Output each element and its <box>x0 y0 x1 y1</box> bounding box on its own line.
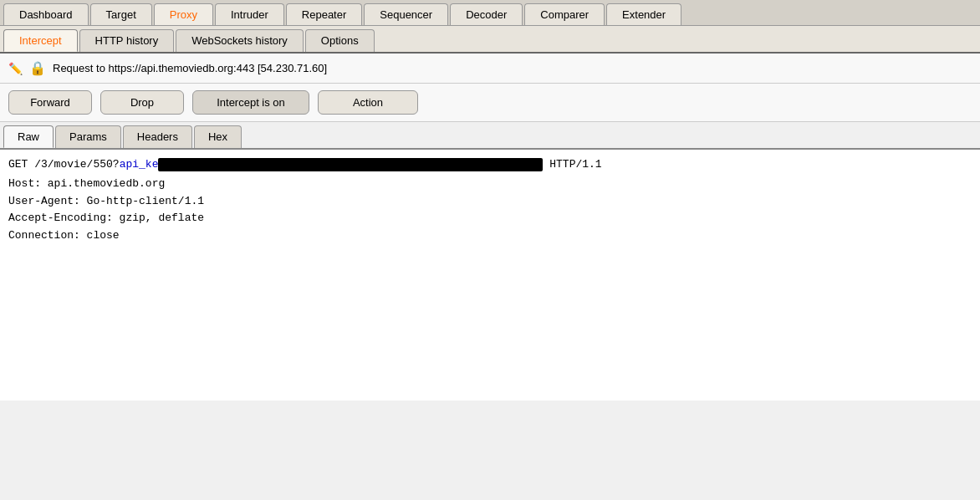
tab-proxy[interactable]: Proxy <box>154 3 213 25</box>
tab-target[interactable]: Target <box>90 3 152 25</box>
tab-headers[interactable]: Headers <box>123 125 192 148</box>
header-connection: Connection: close <box>8 227 972 245</box>
tab-extender[interactable]: Extender <box>606 3 681 25</box>
tab-params[interactable]: Params <box>55 125 121 148</box>
info-bar: ✏️ 🔒 Request to https://api.themoviedb.o… <box>0 54 980 84</box>
header-user-agent: User-Agent: Go-http-client/1.1 <box>8 193 972 211</box>
header-accept-encoding: Accept-Encoding: gzip, deflate <box>8 210 972 227</box>
tab-intruder[interactable]: Intruder <box>215 3 284 25</box>
sub-nav-bar: Intercept HTTP history WebSockets histor… <box>0 26 980 54</box>
tab-dashboard[interactable]: Dashboard <box>3 3 89 25</box>
edit-icon: ✏️ <box>8 62 23 75</box>
request-content-area: GET /3/movie/550?api_ke HTTP/1.1 Host: a… <box>0 150 980 401</box>
tab-http-history[interactable]: HTTP history <box>79 29 175 52</box>
tab-decoder[interactable]: Decoder <box>450 3 523 25</box>
top-nav-bar: Dashboard Target Proxy Intruder Repeater… <box>0 0 980 26</box>
request-body: Host: api.themoviedb.org User-Agent: Go-… <box>8 176 972 245</box>
intercept-button[interactable]: Intercept is on <box>192 90 309 115</box>
tab-comparer[interactable]: Comparer <box>524 3 605 25</box>
forward-button[interactable]: Forward <box>8 90 92 115</box>
content-tabs: Raw Params Headers Hex <box>0 122 980 150</box>
lock-icon: 🔒 <box>29 60 46 76</box>
request-param-name: api_ke <box>120 156 159 174</box>
tab-hex[interactable]: Hex <box>194 125 242 148</box>
redacted-value <box>158 158 543 171</box>
drop-button[interactable]: Drop <box>100 90 184 115</box>
action-bar: Forward Drop Intercept is on Action <box>0 84 980 122</box>
request-line-1: GET /3/movie/550?api_ke HTTP/1.1 <box>8 156 972 174</box>
action-button[interactable]: Action <box>318 90 418 115</box>
tab-intercept[interactable]: Intercept <box>3 29 78 52</box>
tab-sequencer[interactable]: Sequencer <box>364 3 448 25</box>
tab-repeater[interactable]: Repeater <box>286 3 362 25</box>
tab-options[interactable]: Options <box>305 29 375 52</box>
tab-raw[interactable]: Raw <box>3 125 54 148</box>
tab-websockets-history[interactable]: WebSockets history <box>176 29 304 52</box>
header-host: Host: api.themoviedb.org <box>8 176 972 193</box>
request-protocol: HTTP/1.1 <box>543 156 601 174</box>
request-method: GET /3/movie/550? <box>8 156 120 174</box>
request-url: Request to https://api.themoviedb.org:44… <box>53 62 327 74</box>
